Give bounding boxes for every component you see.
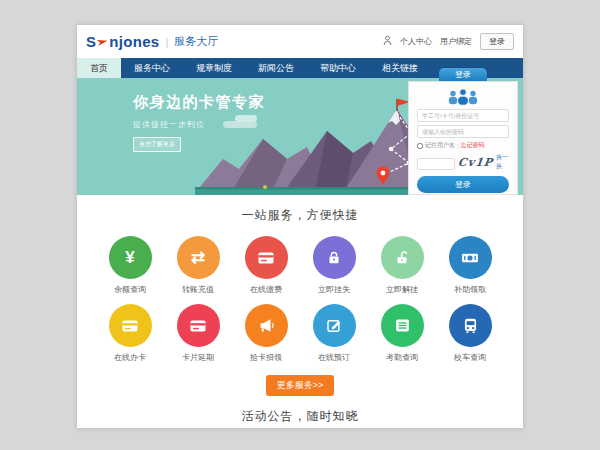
users-icon (445, 87, 481, 106)
service-label: 余额查询 (96, 284, 164, 295)
hero-text-block: 你身边的卡管专家 提供捷径一步到位 点击了解更多 (133, 93, 265, 152)
header-login-button[interactable]: 登录 (480, 33, 514, 50)
user-binding-link[interactable]: 用户绑定 (440, 36, 472, 47)
megaphone-icon (257, 316, 276, 335)
captcha-row: Cv1P 换一换 (417, 153, 509, 171)
login-form: 记住用户名 | 忘记密码 Cv1P 换一换 登录 (408, 81, 518, 195)
logo-text: S (86, 33, 96, 50)
service-label: 在线缴费 (232, 284, 300, 295)
logo-arrow-icon (97, 33, 108, 51)
remember-row: 记住用户名 | 忘记密码 (417, 141, 509, 150)
service-label: 立即解挂 (368, 284, 436, 295)
transfer-icon: ⇄ (191, 249, 205, 266)
service-label: 立即挂失 (300, 284, 368, 295)
service-label: 转账充值 (164, 284, 232, 295)
services-grid: ¥ 余额查询 ⇄ 转账充值 在线缴费 立即挂失 立即解挂 补助领取 在线办卡 卡… (96, 236, 504, 363)
nav-item-label: 帮助中心 (320, 63, 356, 73)
service-item[interactable]: 在线办卡 (96, 304, 164, 363)
site-page: S njones | 服务大厅 个人中心 用户绑定 登录 首页 服务中心 规章制… (77, 25, 523, 428)
captcha-refresh-link[interactable]: 换一换 (496, 153, 509, 171)
nav-item-active[interactable]: 首页 (77, 58, 121, 78)
service-label: 拾卡招领 (232, 352, 300, 363)
remember-label: 记住用户名 (425, 141, 455, 150)
service-label: 卡片延期 (164, 352, 232, 363)
captcha-input[interactable] (417, 158, 455, 170)
bank-card-icon (188, 316, 208, 336)
login-tab[interactable]: 登录 (439, 68, 487, 81)
services-title: 一站服务，方便快捷 (77, 207, 523, 224)
site-header: S njones | 服务大厅 个人中心 用户绑定 登录 (77, 25, 523, 58)
yen-icon: ¥ (125, 249, 134, 266)
bank-card-icon (256, 248, 276, 268)
services-section: 一站服务，方便快捷 ¥ 余额查询 ⇄ 转账充值 在线缴费 立即挂失 立即解挂 补… (77, 195, 523, 396)
service-label: 补助领取 (436, 284, 504, 295)
nav-item-link[interactable]: 新闻公告 (245, 58, 307, 78)
banknote-icon (460, 248, 480, 268)
announcements-title: 活动公告，随时知晓 (77, 408, 523, 425)
service-label: 在线办卡 (96, 352, 164, 363)
header-right: 个人中心 用户绑定 登录 (383, 33, 514, 50)
service-item[interactable]: 拾卡招领 (232, 304, 300, 363)
service-label: 校车查询 (436, 352, 504, 363)
service-item[interactable]: 考勤查询 (368, 304, 436, 363)
nav-item-link[interactable]: 服务中心 (121, 58, 183, 78)
hero-title: 你身边的卡管专家 (133, 93, 265, 112)
nav-item-label: 首页 (90, 63, 108, 73)
service-item[interactable]: ⇄ 转账充值 (164, 236, 232, 295)
edit-icon (325, 317, 343, 335)
service-item[interactable]: ¥ 余额查询 (96, 236, 164, 295)
site-name: 服务大厅 (174, 34, 218, 49)
hero-banner: 你身边的卡管专家 提供捷径一步到位 点击了解更多 (77, 78, 523, 195)
bank-card-icon (120, 316, 140, 336)
logo-text-rest: njones (109, 33, 159, 50)
logo-divider: | (165, 36, 168, 48)
login-panel: 登录 记住用户名 | 忘记密码 Cv1P 换一换 (408, 68, 518, 195)
nav-item-label: 新闻公告 (258, 63, 294, 73)
more-services-button[interactable]: 更多服务>> (266, 375, 335, 396)
service-item[interactable]: 在线预订 (300, 304, 368, 363)
service-item[interactable]: 在线缴费 (232, 236, 300, 295)
forgot-password-link[interactable]: 忘记密码 (461, 141, 485, 150)
hero-cta-button[interactable]: 点击了解更多 (133, 137, 181, 152)
unlock-icon (393, 249, 411, 267)
remember-checkbox[interactable] (417, 143, 423, 149)
service-item[interactable]: 立即挂失 (300, 236, 368, 295)
service-item[interactable]: 立即解挂 (368, 236, 436, 295)
list-icon (393, 316, 412, 335)
user-icon (383, 35, 392, 48)
username-input[interactable] (417, 109, 509, 122)
nav-item-label: 规章制度 (196, 63, 232, 73)
service-item[interactable]: 校车查询 (436, 304, 504, 363)
nav-item-link[interactable]: 帮助中心 (307, 58, 369, 78)
hero-subtitle: 提供捷径一步到位 (133, 119, 265, 130)
nav-item-link[interactable]: 规章制度 (183, 58, 245, 78)
service-item[interactable]: 补助领取 (436, 236, 504, 295)
personal-center-link[interactable]: 个人中心 (400, 36, 432, 47)
nav-item-label: 服务中心 (134, 63, 170, 73)
password-input[interactable] (417, 125, 509, 138)
divider: | (457, 143, 459, 149)
bus-icon (461, 316, 480, 335)
service-label: 考勤查询 (368, 352, 436, 363)
logo[interactable]: S njones | 服务大厅 (86, 33, 218, 51)
login-submit-button[interactable]: 登录 (417, 176, 509, 193)
service-item[interactable]: 卡片延期 (164, 304, 232, 363)
announcements-section: 活动公告，随时知晓 使用须知 最新公告 更多>> 使用指南 更多>> (77, 408, 523, 428)
service-label: 在线预订 (300, 352, 368, 363)
captcha-image[interactable]: Cv1P (457, 156, 494, 169)
lock-icon (325, 249, 343, 267)
